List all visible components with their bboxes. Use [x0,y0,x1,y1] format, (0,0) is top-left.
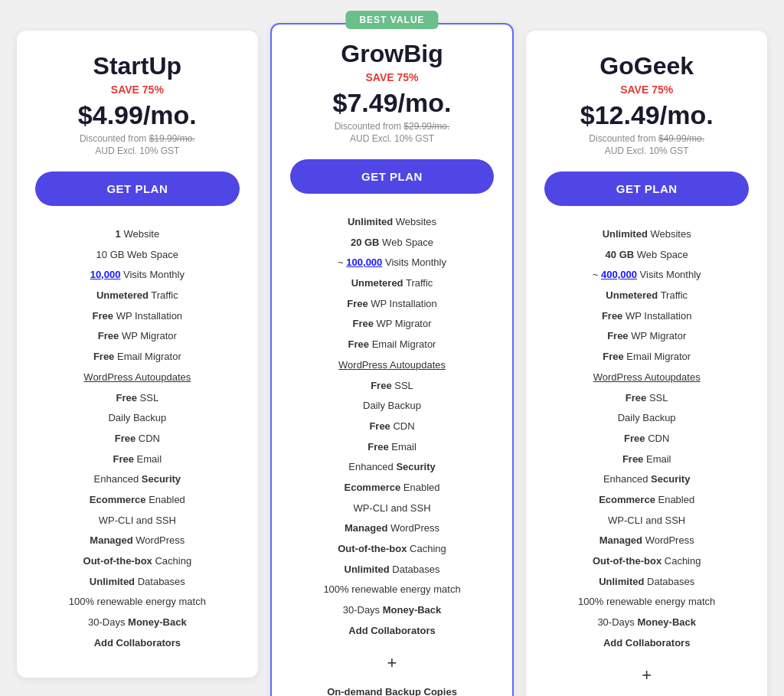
pricing-container: StartUpSAVE 75%$4.99/mo.Discounted from … [17,31,767,696]
feature-item: Free CDN [290,417,495,437]
feature-item: WP-CLI and SSH [544,511,749,531]
feature-item: Unlimited Websites [544,224,749,245]
save-text-growbig: SAVE 75% [290,71,495,83]
discounted-from-startup: Discounted from $19.99/mo. [35,133,240,144]
feature-item: Free CDN [35,429,240,449]
feature-item: Enhanced Security [544,469,749,490]
feature-item: Add Collaborators [35,633,240,654]
price-growbig: $7.49/mo. [290,88,495,118]
discounted-from-gogeek: Discounted from $49.99/mo. [544,133,749,144]
feature-item: 10,000 Visits Monthly [35,265,240,286]
feature-item: Ecommerce Enabled [544,490,749,511]
feature-item: Free Email Migrator [290,335,495,355]
feature-item: Managed WordPress [544,531,749,551]
feature-item: WordPress Autoupdates [544,368,749,388]
feature-item: Unlimited Databases [544,572,749,593]
feature-item: Unlimited Websites [290,212,495,233]
feature-item: Unmetered Traffic [35,286,240,306]
feature-item: 40 GB Web Space [544,245,749,266]
feature-item: Free Email [290,437,495,458]
feature-item: Add Collaborators [290,621,495,642]
feature-item: 30-Days Money-Back [35,613,240,633]
feature-item: Free Email [544,449,749,470]
feature-item: ~ 400,000 Visits Monthly [544,265,749,286]
feature-item: 100% renewable energy match [35,592,240,613]
plan-card-gogeek: GoGeekSAVE 75%$12.49/mo.Discounted from … [526,31,767,696]
extra-feature-item: On-demand Backup Copies [290,682,495,696]
feature-item: Free WP Installation [544,306,749,327]
feature-item: 30-Days Money-Back [290,600,495,621]
feature-item: WordPress Autoupdates [35,368,240,388]
best-value-badge: BEST VALUE [345,11,438,29]
feature-item: Free WP Migrator [290,314,495,335]
feature-item: Free WP Migrator [544,326,749,347]
feature-item: Enhanced Security [290,457,495,478]
feature-item: Daily Backup [35,408,240,429]
feature-item: Daily Backup [290,396,495,417]
feature-item: 20 GB Web Space [290,233,495,253]
feature-item: Free SSL [35,388,240,409]
feature-item: Free Email Migrator [544,347,749,368]
excl-gst-gogeek: AUD Excl. 10% GST [544,145,749,156]
feature-item: 100% renewable energy match [544,592,749,613]
price-startup: $4.99/mo. [35,100,240,130]
excl-gst-startup: AUD Excl. 10% GST [35,145,240,156]
price-gogeek: $12.49/mo. [544,100,749,130]
plan-name-gogeek: GoGeek [544,52,749,80]
plan-card-growbig: BEST VALUEGrowBigSAVE 75%$7.49/mo.Discou… [270,23,514,696]
feature-item: 1 Website [35,224,240,245]
feature-item: Ecommerce Enabled [35,490,240,511]
feature-item: Unmetered Traffic [290,273,495,294]
feature-item: Managed WordPress [290,518,495,539]
feature-item: ~ 100,000 Visits Monthly [290,253,495,273]
feature-item: Free SSL [290,376,495,397]
plan-card-startup: StartUpSAVE 75%$4.99/mo.Discounted from … [17,31,258,678]
plus-divider-gogeek: + [544,665,749,685]
feature-item: Free CDN [544,429,749,449]
plus-divider-growbig: + [290,653,495,673]
save-text-startup: SAVE 75% [35,83,240,96]
feature-item: Daily Backup [544,408,749,429]
excl-gst-growbig: AUD Excl. 10% GST [290,133,495,144]
get-plan-button-growbig[interactable]: GET PLAN [290,159,495,194]
feature-item: 100% renewable energy match [290,580,495,600]
feature-item: WP-CLI and SSH [35,511,240,531]
save-text-gogeek: SAVE 75% [544,83,749,96]
feature-item: Out-of-the-box Caching [290,539,495,560]
feature-item: Unlimited Databases [290,560,495,580]
feature-item: Free SSL [544,388,749,409]
feature-item: Out-of-the-box Caching [544,551,749,572]
feature-item: Free WP Migrator [35,326,240,347]
get-plan-button-gogeek[interactable]: GET PLAN [544,172,749,206]
features-list-gogeek: Unlimited Websites40 GB Web Space~ 400,0… [544,224,749,653]
feature-item: Unmetered Traffic [544,286,749,306]
feature-item: 30-Days Money-Back [544,613,749,633]
feature-item: WP-CLI and SSH [290,498,495,519]
feature-item: WordPress Autoupdates [290,355,495,376]
feature-item: Ecommerce Enabled [290,478,495,498]
get-plan-button-startup[interactable]: GET PLAN [35,172,240,206]
plan-name-growbig: GrowBig [290,40,495,68]
feature-item: Free Email Migrator [35,347,240,368]
plan-name-startup: StartUp [35,52,240,80]
extra-features-growbig: On-demand Backup Copies30% faster PHPSta… [290,682,495,696]
feature-item: Add Collaborators [544,633,749,654]
feature-item: Free WP Installation [35,306,240,327]
feature-item: 10 GB Web Space [35,245,240,266]
feature-item: Enhanced Security [35,469,240,490]
features-list-startup: 1 Website10 GB Web Space10,000 Visits Mo… [35,224,240,653]
feature-item: Free Email [35,449,240,470]
feature-item: Managed WordPress [35,531,240,551]
discounted-from-growbig: Discounted from $29.99/mo. [290,121,495,132]
features-list-growbig: Unlimited Websites20 GB Web Space~ 100,0… [290,212,495,641]
feature-item: Unlimited Databases [35,572,240,593]
feature-item: Free WP Installation [290,294,495,315]
feature-item: Out-of-the-box Caching [35,551,240,572]
